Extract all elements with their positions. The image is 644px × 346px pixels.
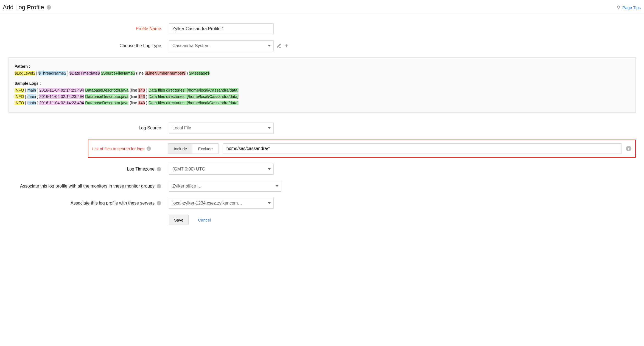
assoc-groups-label: Associate this log profile with all the … — [0, 184, 169, 189]
file-path-input[interactable] — [223, 143, 621, 154]
page-tips-text: Page Tips — [622, 5, 641, 10]
lightbulb-icon — [616, 5, 621, 10]
info-icon[interactable]: i — [147, 146, 151, 151]
info-icon[interactable]: i — [157, 184, 161, 188]
page-tips-link[interactable]: Page Tips — [616, 5, 641, 10]
profile-name-label: Profile Name — [0, 26, 169, 31]
log-type-value: Cassandra System — [172, 43, 209, 48]
log-source-value: Local File — [172, 126, 191, 131]
timezone-select[interactable]: (GMT 0:00) UTC — [169, 164, 274, 175]
plus-icon — [284, 43, 289, 48]
sample-heading: Sample Logs : — [15, 81, 629, 86]
log-type-select[interactable]: Cassandra System — [169, 40, 274, 51]
chevron-down-icon — [268, 45, 271, 47]
chevron-down-icon — [268, 168, 271, 170]
pattern-heading: Pattern : — [15, 64, 629, 69]
timezone-label: Log Timezone i — [0, 167, 169, 172]
pattern-line: $LogLevel$ [ $ThreadName$ ] $DateTime:da… — [15, 70, 629, 76]
assoc-groups-value: Zylker office … — [172, 184, 201, 189]
chevron-down-icon — [276, 185, 278, 187]
cancel-button[interactable]: Cancel — [198, 218, 211, 222]
sample-log-line: INFO [ main ] 2016-11-04 02:14:23,494 Da… — [15, 100, 629, 106]
log-source-label: Log Source — [0, 126, 169, 131]
files-label: List of files to search for logs — [92, 146, 144, 151]
add-file-button[interactable]: + — [626, 146, 631, 151]
save-button[interactable]: Save — [169, 215, 189, 225]
info-icon[interactable]: i — [157, 201, 161, 205]
pencil-icon — [276, 43, 281, 48]
log-type-label: Choose the Log Type — [0, 43, 169, 48]
profile-name-input[interactable] — [169, 23, 274, 34]
log-source-select[interactable]: Local File — [169, 123, 274, 134]
page-title-text: Add Log Profile — [3, 4, 44, 11]
sample-log-line: INFO [ main ] 2016-11-04 02:14:23,494 Da… — [15, 87, 629, 93]
info-icon[interactable]: i — [157, 167, 161, 171]
sample-log-line: INFO [ main ] 2016-11-04 02:14:23,494 Da… — [15, 93, 629, 100]
assoc-servers-value: local-zylker-1234.csez.zylker.com… — [172, 201, 242, 206]
chevron-down-icon — [268, 202, 271, 204]
assoc-servers-label: Associate this log profile with these se… — [0, 201, 169, 206]
include-toggle[interactable]: Include — [168, 144, 192, 154]
assoc-groups-select[interactable]: Zylker office … — [169, 181, 281, 192]
files-to-search-row: List of files to search for logs i Inclu… — [88, 140, 636, 158]
info-icon[interactable]: i — [47, 5, 51, 10]
exclude-toggle[interactable]: Exclude — [192, 144, 218, 154]
page-title: Add Log Profile i — [3, 4, 51, 11]
include-exclude-toggle: Include Exclude — [168, 143, 219, 154]
add-log-type-button[interactable] — [284, 43, 289, 48]
pattern-panel: Pattern : $LogLevel$ [ $ThreadName$ ] $D… — [8, 57, 636, 113]
chevron-down-icon — [268, 127, 271, 129]
timezone-value: (GMT 0:00) UTC — [172, 167, 205, 172]
edit-log-type-button[interactable] — [276, 43, 281, 48]
assoc-servers-select[interactable]: local-zylker-1234.csez.zylker.com… — [169, 198, 274, 209]
